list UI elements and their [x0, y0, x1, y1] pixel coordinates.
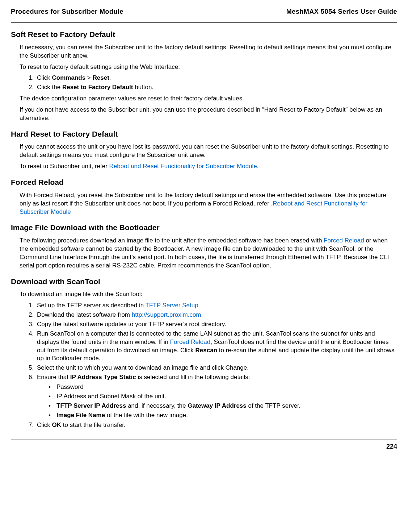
section-hard-reset: If you cannot access the unit or you hav…	[20, 143, 397, 171]
list-item: Image File Name of the file with the new…	[47, 411, 397, 420]
text: button.	[133, 84, 153, 91]
text: of the file with the new image.	[105, 412, 188, 419]
ordered-list: Click Commands > Reset. Click the Reset …	[20, 74, 397, 92]
bold-text: TFTP Server IP Address	[56, 402, 126, 409]
paragraph: If you cannot access the unit or you hav…	[20, 143, 397, 159]
list-item: Run ScanTool on a computer that is conne…	[35, 330, 397, 363]
bold-text: Reset	[93, 74, 109, 81]
text: Ensure that	[37, 374, 70, 381]
paragraph: To download an image file with the ScanT…	[20, 290, 397, 299]
link-tftp-setup[interactable]: TFTP Server Setup	[146, 302, 198, 309]
paragraph: The device configuration parameter value…	[20, 95, 397, 103]
list-item: TFTP Server IP Address and, if necessary…	[47, 402, 397, 410]
bold-text: Commands	[52, 74, 86, 81]
paragraph: With Forced Reload, you reset the Subscr…	[20, 191, 397, 216]
list-item: Password	[47, 383, 397, 391]
bold-text: Reset to Factory Default	[62, 84, 133, 91]
text: Click	[37, 74, 52, 81]
paragraph: If necessary, you can reset the Subscrib…	[20, 43, 397, 60]
header-left: Procedures for Subscriber Module	[11, 7, 123, 16]
list-item: Ensure that IP Address Type Static is se…	[35, 373, 397, 420]
heading-forced-reload: Forced Reload	[11, 177, 397, 187]
bold-text: Image File Name	[56, 412, 105, 419]
heading-soft-reset: Soft Reset to Factory Default	[11, 29, 397, 40]
text: .	[198, 302, 200, 309]
header-right: MeshMAX 5054 Series User Guide	[286, 7, 397, 16]
text: Set up the TFTP server as described in	[37, 302, 146, 309]
link-forced-reload[interactable]: Forced Reload	[170, 338, 211, 345]
text: Download the latest software from	[37, 311, 132, 318]
bold-text: Rescan	[195, 347, 217, 354]
text: is selected and fill in the following de…	[136, 374, 250, 381]
list-item: Click OK to start the file transfer.	[35, 421, 397, 429]
section-download-scantool: To download an image file with the ScanT…	[20, 290, 397, 429]
page-number: 224	[386, 443, 397, 450]
paragraph: The following procedures download an ima…	[20, 237, 397, 270]
bold-text: Gateway IP Address	[188, 402, 247, 409]
paragraph: To reset to Subacriber unit, refer Reboo…	[20, 162, 397, 171]
link-forced-reload[interactable]: Forced Reload	[324, 237, 364, 244]
bullet-list: Password IP Address and Subnet Mask of t…	[37, 383, 397, 420]
section-image-download: The following procedures download an ima…	[20, 237, 397, 270]
paragraph: If you do not have access to the Subscri…	[20, 106, 397, 122]
list-item: Set up the TFTP server as described in T…	[35, 302, 397, 310]
heading-hard-reset: Hard Reset to Factory Default	[11, 129, 397, 139]
text: To reset to Subacriber unit, refer	[20, 163, 109, 170]
text: .	[201, 311, 203, 318]
list-item: Copy the latest software updates to your…	[35, 320, 397, 329]
text: to start the file transfer.	[61, 421, 126, 428]
text: .	[109, 74, 111, 81]
text: The following procedures download an ima…	[20, 237, 324, 244]
text: and, if necessary, the	[126, 402, 188, 409]
page-header: Procedures for Subscriber Module MeshMAX…	[11, 7, 397, 23]
page-footer: 224	[11, 440, 397, 451]
list-item: Click the Reset to Factory Default butto…	[35, 83, 397, 92]
text: Click the	[37, 84, 62, 91]
link-support-proxim[interactable]: http://support.proxim.com	[132, 311, 201, 318]
link-reboot-reset[interactable]: Reboot and Reset Functionality for Subsc…	[109, 163, 257, 170]
list-item: Click Commands > Reset.	[35, 74, 397, 82]
paragraph: To reset to factory default settings usi…	[20, 63, 397, 71]
ordered-list: Set up the TFTP server as described in T…	[20, 302, 397, 429]
heading-download-scantool: Download with ScanTool	[11, 277, 397, 287]
list-item: IP Address and Subnet Mask of the unit.	[47, 392, 397, 401]
list-item: Select the unit to which you want to dow…	[35, 364, 397, 372]
text: of the TFTP server.	[247, 402, 301, 409]
bold-text: OK	[52, 421, 62, 428]
bold-text: IP Address Type Static	[70, 374, 136, 381]
list-item: Download the latest software from http:/…	[35, 311, 397, 319]
heading-image-download: Image File Download with the Bootloader	[11, 223, 397, 233]
text: .	[257, 163, 259, 170]
text: >	[85, 74, 92, 81]
section-soft-reset: If necessary, you can reset the Subscrib…	[20, 43, 397, 123]
section-forced-reload: With Forced Reload, you reset the Subscr…	[20, 191, 397, 216]
text: Click	[37, 421, 52, 428]
